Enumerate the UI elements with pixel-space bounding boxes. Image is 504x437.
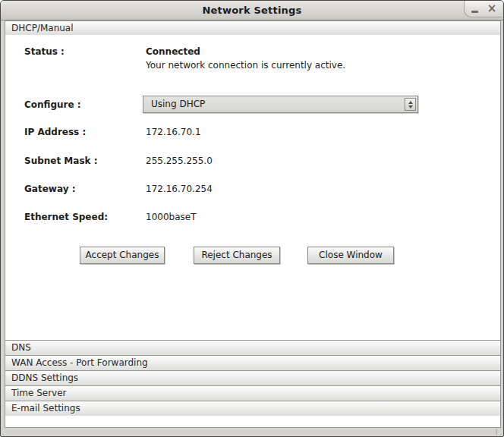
section-header-wan-access-port-forwarding[interactable]: WAN Access - Port Forwarding — [5, 355, 501, 371]
close-window-button[interactable]: Close Window — [307, 247, 394, 264]
gateway-value: 172.16.70.254 — [146, 184, 213, 194]
titlebar[interactable]: Network Settings × — [1, 1, 503, 20]
status-description: Your network connection is currently act… — [146, 60, 345, 71]
section-header-email-settings[interactable]: E-mail Settings — [5, 401, 501, 417]
subnet-mask-value: 255.255.255.0 — [146, 156, 213, 166]
section-header-label: DHCP/Manual — [11, 23, 74, 33]
configure-label: Configure : — [24, 99, 81, 110]
ip-address-value: 172.16.70.1 — [146, 127, 201, 137]
status-value: Connected — [146, 46, 200, 57]
window-title: Network Settings — [1, 1, 503, 20]
section-header-dhcp-manual[interactable]: DHCP/Manual — [5, 20, 501, 36]
close-icon: × — [487, 3, 497, 14]
window-content: DHCP/Manual Status : Connected Your netw… — [5, 20, 501, 428]
status-label: Status : — [24, 46, 65, 57]
ip-address-label: IP Address : — [24, 127, 86, 137]
section-header-label: Time Server — [11, 388, 67, 398]
chevron-up-icon — [408, 101, 413, 104]
section-header-ddns-settings[interactable]: DDNS Settings — [5, 370, 501, 386]
minimize-button[interactable] — [467, 2, 482, 16]
reject-changes-button[interactable]: Reject Changes — [194, 247, 280, 264]
gateway-label: Gateway : — [24, 184, 75, 194]
configure-dropdown-value: Using DHCP — [151, 99, 205, 109]
chevron-down-icon — [408, 105, 413, 108]
section-header-label: DNS — [11, 342, 31, 353]
minimize-icon — [471, 11, 478, 13]
network-settings-window: Network Settings × DHCP/Manual Status : … — [0, 0, 504, 437]
section-header-label: DDNS Settings — [11, 373, 78, 383]
section-header-label: WAN Access - Port Forwarding — [11, 357, 148, 368]
window-controls: × — [464, 1, 502, 17]
subnet-mask-label: Subnet Mask : — [24, 156, 98, 166]
dhcp-manual-panel: Status : Connected Your network connecti… — [5, 35, 501, 340]
close-button[interactable]: × — [484, 2, 499, 16]
section-header-dns[interactable]: DNS — [5, 340, 501, 356]
dropdown-spinner-button[interactable] — [405, 98, 416, 111]
section-header-time-server[interactable]: Time Server — [5, 385, 501, 401]
ethernet-speed-label: Ethernet Speed: — [24, 212, 108, 222]
bottom-spacer — [5, 416, 501, 428]
configure-dropdown[interactable]: Using DHCP — [143, 96, 418, 113]
section-header-label: E-mail Settings — [11, 403, 80, 413]
resize-grip[interactable] — [490, 429, 497, 435]
accept-changes-button[interactable]: Accept Changes — [80, 247, 165, 264]
ethernet-speed-value: 1000baseT — [146, 212, 196, 222]
